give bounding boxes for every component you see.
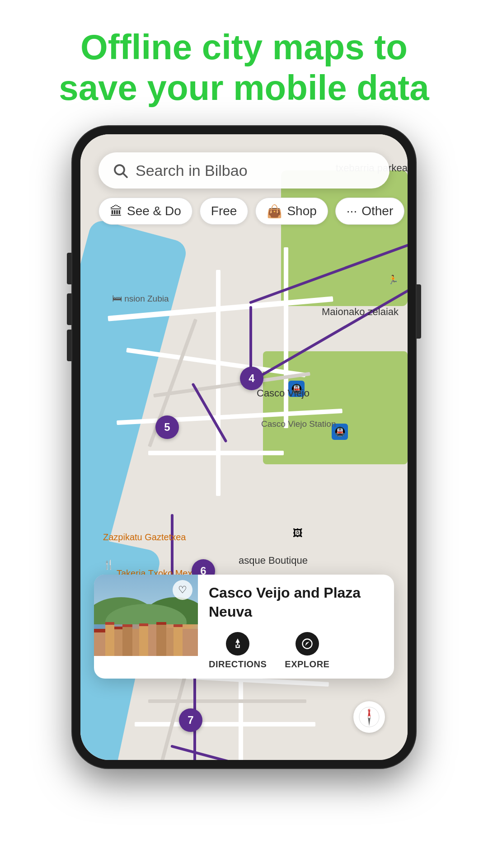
chip-free[interactable]: Free — [200, 198, 249, 225]
svg-rect-6 — [105, 622, 114, 656]
poi-image: ♡ — [94, 575, 198, 656]
phone-screen: 🚇 🚇 🖼 txebarria parkea 🛏 nsion Zubia Mai… — [80, 134, 408, 760]
chip-see-do-label: See & Do — [127, 204, 181, 218]
svg-rect-14 — [174, 624, 183, 656]
svg-rect-10 — [139, 623, 148, 656]
label-pension: 🛏 nsion Zubia — [112, 292, 169, 304]
svg-rect-7 — [114, 627, 122, 656]
marker-7[interactable]: 7 — [179, 708, 202, 732]
headline-line2: save your mobile data — [59, 68, 429, 108]
svg-rect-8 — [122, 624, 132, 656]
svg-rect-12 — [156, 622, 166, 656]
svg-line-1 — [123, 174, 127, 177]
map-poi-icon: 🖼 — [293, 528, 303, 539]
svg-rect-13 — [166, 628, 174, 656]
search-placeholder: Search in Bilbao — [136, 162, 248, 179]
chip-free-label: Free — [211, 204, 237, 218]
chip-other-label: Other — [361, 204, 393, 218]
svg-text:N: N — [368, 708, 371, 712]
label-running: 🏃 — [388, 274, 399, 285]
label-zazpikatu: asque Boutique — [239, 555, 308, 566]
poi-info: Casco Veijo and Plaza Neuva DIRECTIONS — [198, 575, 394, 679]
svg-marker-24 — [305, 642, 309, 646]
poi-title: Casco Veijo and Plaza Neuva — [209, 584, 383, 621]
svg-rect-21 — [156, 622, 166, 625]
chip-shop-icon: 👜 — [267, 204, 282, 219]
road-v2 — [284, 247, 288, 428]
svg-rect-9 — [132, 629, 139, 656]
chip-see-do[interactable]: 🏛 See & Do — [99, 198, 192, 225]
chip-other-dots: ··· — [347, 204, 357, 218]
phone-frame: 🚇 🚇 🖼 txebarria parkea 🛏 nsion Zubia Mai… — [72, 126, 416, 768]
chip-shop-label: Shop — [287, 204, 316, 218]
svg-rect-16 — [94, 629, 105, 632]
svg-rect-17 — [105, 622, 114, 625]
poi-card-top: ♡ Casco Veijo and Plaza Neuva — [94, 575, 394, 679]
label-basque-boutique: Zazpikatu Gaztetxea — [103, 532, 186, 542]
directions-label: DIRECTIONS — [209, 659, 267, 670]
route-8-right — [170, 745, 302, 760]
heart-icon: ♡ — [178, 584, 187, 596]
headline-line1: Offline city maps to — [80, 27, 408, 67]
svg-rect-11 — [148, 627, 156, 656]
svg-rect-22 — [174, 624, 183, 627]
marker-4[interactable]: 4 — [240, 367, 263, 390]
poi-actions: DIRECTIONS EXPLORE — [209, 632, 383, 670]
explore-button[interactable]: EXPLORE — [285, 632, 329, 670]
label-takeria-icon: 🍴 — [103, 559, 114, 570]
explore-label: EXPLORE — [285, 659, 329, 670]
svg-rect-15 — [183, 629, 198, 656]
directions-button[interactable]: DIRECTIONS — [209, 632, 267, 670]
label-maionako: Maionako zelaiak — [322, 306, 399, 318]
road-v1 — [216, 270, 221, 496]
compass-svg: N — [358, 706, 380, 728]
poi-buildings-svg — [94, 615, 198, 656]
svg-rect-19 — [122, 624, 132, 627]
search-icon — [112, 162, 128, 179]
directions-icon — [226, 632, 249, 656]
svg-rect-18 — [114, 627, 122, 629]
poi-card: ♡ Casco Veijo and Plaza Neuva — [94, 575, 394, 679]
chip-other[interactable]: ··· Other — [335, 198, 404, 225]
marker-5[interactable]: 5 — [155, 415, 179, 439]
explore-icon — [296, 632, 319, 656]
svg-rect-5 — [94, 629, 105, 656]
chip-shop[interactable]: 👜 Shop — [255, 198, 328, 225]
chip-see-do-icon: 🏛 — [110, 204, 122, 219]
search-bar[interactable]: Search in Bilbao — [99, 152, 389, 189]
label-casco-viejo: Casco Viejo — [257, 387, 310, 399]
label-casco-viejo-station: Casco Viejo Station — [261, 419, 336, 429]
road-lg2 — [148, 699, 306, 703]
filter-chips: 🏛 See & Do Free 👜 Shop ··· Other — [99, 198, 404, 225]
road-l3 — [135, 722, 315, 726]
heart-button[interactable]: ♡ — [173, 580, 192, 600]
headline: Offline city maps to save your mobile da… — [0, 0, 488, 126]
compass[interactable]: N — [353, 701, 385, 733]
route-4-5 — [191, 383, 227, 443]
svg-rect-20 — [139, 623, 148, 626]
